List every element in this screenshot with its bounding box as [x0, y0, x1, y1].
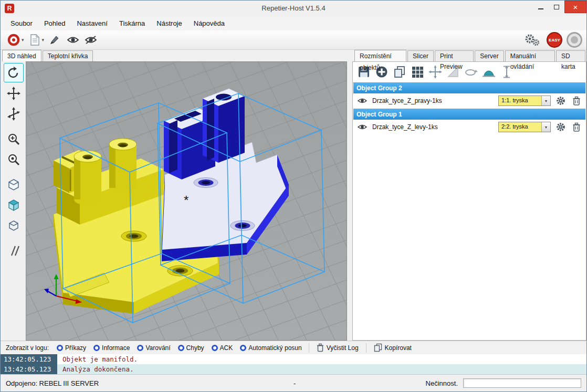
edit-object-button[interactable] — [46, 31, 64, 48]
object-group-header[interactable]: Object Group 2 — [353, 82, 585, 93]
view-tool-column — [2, 61, 26, 341]
magnifier-icon — [7, 153, 20, 166]
menu-nastaveni[interactable]: Nastavení — [71, 17, 113, 30]
chevron-down-icon: ▼ — [541, 96, 550, 105]
copy-objects-button[interactable] — [392, 65, 406, 79]
toggle-prikazy[interactable]: Příkazy — [53, 343, 90, 353]
minimize-button[interactable] — [533, 1, 549, 13]
cube-wire-icon — [7, 178, 20, 192]
tab-server[interactable]: Server — [475, 50, 504, 61]
drop-object-button[interactable] — [481, 65, 496, 79]
object-row[interactable]: Drzak_tyce_Z_levy-1ks 2:2. tryska ▼ — [353, 120, 586, 134]
gear-icon — [555, 96, 566, 106]
gear-icon — [555, 122, 566, 132]
panel-splitter[interactable] — [347, 50, 352, 341]
delete-object-button[interactable] — [571, 121, 582, 133]
radio-icon — [137, 345, 143, 351]
hide-travel-button[interactable] — [82, 33, 100, 47]
chevron-down-icon: ▼ — [541, 122, 550, 132]
show-filament-button[interactable] — [64, 33, 82, 47]
rotate-view-button[interactable] — [4, 63, 24, 82]
printer-settings-button[interactable] — [521, 31, 542, 49]
connect-button[interactable]: ▾ — [5, 31, 26, 48]
log-message: Analýza dokončena. — [57, 364, 133, 374]
object-row[interactable]: Drzak_tyce_Z_pravy-1ks 1:1. tryska ▼ — [353, 93, 586, 108]
load-button[interactable]: ▾ — [26, 31, 47, 48]
trash-icon — [317, 343, 324, 352]
zoom-fit-button[interactable] — [4, 150, 24, 169]
magnifier-plus-icon — [7, 132, 20, 146]
tab-teplotni-krivka[interactable]: Teplotní křivka — [43, 50, 93, 61]
status-center: - — [294, 379, 296, 387]
toggle-automaticky-posun[interactable]: Automatický posun — [236, 343, 305, 353]
maximize-icon — [554, 5, 559, 9]
menu-pohled[interactable]: Pohled — [38, 17, 71, 30]
object-toolbar — [353, 62, 586, 82]
menu-napoveda[interactable]: Nápověda — [188, 17, 230, 30]
tab-print-preview[interactable]: Print Preview — [435, 50, 474, 61]
log-message: Objekt je manifold. — [57, 354, 138, 364]
toggle-chyby[interactable]: Chyby — [174, 343, 208, 353]
toggle-varovani[interactable]: Varování — [133, 343, 174, 353]
toggle-ack[interactable]: ACK — [208, 343, 237, 353]
eye-icon — [357, 97, 368, 104]
extruder-select[interactable]: 2:2. tryska ▼ — [498, 122, 551, 132]
menu-tiskarna[interactable]: Tiskárna — [113, 17, 151, 30]
3d-viewport[interactable]: * — [26, 61, 347, 341]
copy-log-button[interactable]: Kopírovat — [370, 342, 416, 353]
move-viewpoint-button[interactable] — [4, 104, 24, 123]
copy-log-label: Kopírovat — [385, 344, 412, 352]
toggle-label: Automatický posun — [248, 344, 301, 352]
extruder-select[interactable]: 1:1. tryska ▼ — [498, 96, 551, 106]
visibility-button[interactable] — [357, 121, 368, 133]
mirror-object-button[interactable] — [464, 65, 478, 79]
toggle-label: Informace — [102, 344, 130, 352]
zoom-in-button[interactable] — [4, 129, 24, 149]
object-group-header[interactable]: Object Group 1 — [353, 109, 585, 120]
duplicate-pages-icon — [393, 65, 406, 79]
log-row: 13:42:05.123 Objekt je manifold. — [1, 354, 586, 364]
view-isometric-button[interactable] — [4, 175, 24, 194]
trash-icon — [572, 96, 581, 106]
log-filter-label: Zobrazit v logu: — [6, 344, 49, 352]
close-button[interactable]: × — [564, 1, 586, 13]
easy-mode-button[interactable]: EASY — [547, 32, 562, 48]
object-settings-button[interactable] — [555, 95, 567, 107]
object-settings-button[interactable] — [555, 121, 567, 133]
object-placement-panel: Object Group 2 Drzak_tyce_Z_pravy-1ks 1:… — [352, 61, 586, 341]
tab-3d-nahled[interactable]: 3D náhled — [2, 50, 41, 61]
progress-bar — [463, 378, 581, 388]
menu-soubor[interactable]: Soubor — [5, 17, 38, 30]
view-top-button[interactable] — [4, 216, 24, 235]
clear-log-button[interactable]: Vyčistit Log — [312, 342, 363, 353]
menu-nastroje[interactable]: Nástroje — [151, 17, 187, 30]
radio-icon — [57, 345, 63, 351]
tab-sd-karta[interactable]: SD karta — [556, 50, 585, 61]
radio-icon — [178, 345, 184, 351]
log-output: 13:42:05.123 Objekt je manifold. 13:42:0… — [1, 354, 586, 374]
object-name: Drzak_tyce_Z_levy-1ks — [372, 123, 438, 131]
four-arrows-icon — [7, 87, 20, 100]
toggle-label: Chyby — [186, 344, 204, 352]
tab-slicer[interactable]: Slicer — [407, 50, 434, 61]
auto-arrange-button[interactable] — [410, 65, 424, 79]
delete-object-button[interactable] — [571, 95, 582, 107]
grid-squares-icon — [411, 65, 424, 79]
visibility-button[interactable] — [357, 95, 368, 107]
rotate-icon — [7, 66, 20, 80]
view-front-button[interactable] — [4, 195, 24, 215]
pan-view-button[interactable] — [4, 83, 24, 103]
right-panel-tabs: Rozmístění objektů Slicer Print Preview … — [354, 50, 586, 61]
toggle-informace[interactable]: Informace — [90, 343, 133, 353]
document-icon — [28, 33, 41, 47]
chevron-down-icon: ▾ — [22, 37, 24, 43]
maximize-button[interactable] — [549, 1, 564, 13]
activity-status: Nečinnost. — [426, 379, 458, 387]
main-toolbar: ▾ ▾ — [1, 30, 586, 50]
tab-rozmisteni-objektu[interactable]: Rozmístění objektů — [354, 50, 406, 61]
tab-manualni-ovladani[interactable]: Manuální ovládání — [505, 50, 555, 61]
toggle-perspective-button[interactable] — [4, 241, 24, 260]
radio-icon — [212, 345, 218, 351]
separator — [309, 343, 309, 353]
emergency-stop-button[interactable] — [567, 32, 582, 48]
